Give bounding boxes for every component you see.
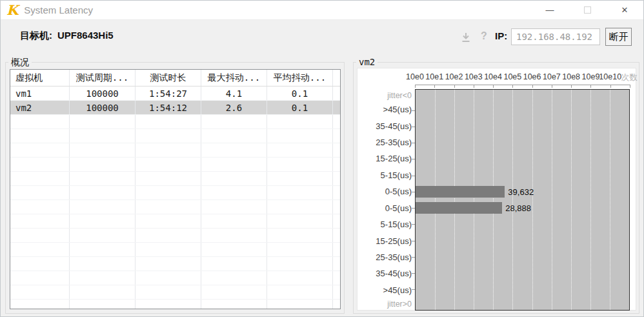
ip-input[interactable] <box>511 28 600 45</box>
table-cell-empty <box>333 115 340 128</box>
table-cell-empty <box>136 214 201 228</box>
plot-row <box>416 167 629 183</box>
table-cell-empty <box>333 200 340 214</box>
y-axis-tick <box>412 127 415 127</box>
plot-row <box>416 134 629 150</box>
table-cell-empty <box>333 143 340 157</box>
table-cell-empty <box>333 300 340 309</box>
table-cell-empty <box>201 172 267 185</box>
y-axis-label: 5-15(us) <box>357 216 412 232</box>
x-axis-labels: 10e010e110e210e310e410e510e610e710e810e9… <box>415 72 630 83</box>
table-row-empty <box>10 129 340 143</box>
x-axis-tick-label: 10e9 <box>582 72 600 81</box>
y-axis-label: jitter>0 <box>357 298 412 311</box>
overview-table: 虚拟机测试周期...测试时长最大抖动...平均抖动... vm11000001:… <box>10 69 341 309</box>
x-axis-tick <box>434 85 435 88</box>
maximize-icon <box>584 6 591 14</box>
plot-row <box>416 281 629 298</box>
x-axis-tick <box>590 85 591 88</box>
table-cell-empty <box>136 229 201 242</box>
x-axis-tick-label: 10e7 <box>543 72 561 81</box>
table-cell-empty <box>70 143 136 157</box>
table-cell: 100000 <box>70 101 136 114</box>
table-cell-empty <box>136 186 201 199</box>
table-cell-empty <box>10 214 70 228</box>
x-axis-tick-label: 10e6 <box>523 72 541 81</box>
x-axis-tick <box>493 85 494 88</box>
table-cell-empty <box>136 172 201 185</box>
table-row[interactable]: vm21000001:54:122.60.1 <box>10 101 340 115</box>
table-cell-empty <box>267 300 333 309</box>
table-cell-empty <box>70 172 136 185</box>
table-cell-empty <box>267 143 333 157</box>
table-row-empty <box>10 257 340 271</box>
close-button[interactable]: ✕ <box>606 1 643 19</box>
minimize-button[interactable]: — <box>531 1 569 19</box>
x-axis-tick <box>474 85 474 88</box>
y-axis-tick <box>412 289 415 290</box>
table-cell-empty <box>136 257 201 271</box>
plot-row <box>416 298 629 310</box>
app-logo-icon: K <box>6 3 18 17</box>
y-axis-tick <box>412 192 415 192</box>
table-cell-empty <box>333 243 340 256</box>
table-cell-empty <box>201 186 267 199</box>
table-cell-empty <box>10 300 70 309</box>
table-cell-empty <box>201 300 267 309</box>
table-cell-empty <box>136 115 201 128</box>
y-axis-tick <box>412 143 415 143</box>
table-cell-empty <box>201 285 267 299</box>
table-cell-empty <box>201 229 267 242</box>
y-axis-label: 35-45(us) <box>357 118 412 134</box>
y-axis-tick <box>412 110 415 111</box>
table-cell-empty <box>333 257 340 271</box>
column-header: 平均抖动... <box>267 70 333 86</box>
table-cell-empty <box>333 214 340 228</box>
table-cell-empty <box>70 200 136 214</box>
table-row-empty <box>10 200 340 214</box>
histogram-bar <box>416 202 502 214</box>
table-cell: 0.1 <box>267 101 333 114</box>
table-cell-empty <box>10 143 70 157</box>
table-row[interactable]: vm11000001:54:274.10.1 <box>10 87 340 101</box>
maximize-button[interactable] <box>569 1 606 19</box>
x-axis-ticks <box>415 85 630 88</box>
help-icon[interactable]: ? <box>481 30 487 42</box>
table-cell-empty <box>333 285 340 299</box>
x-axis-tick <box>610 85 611 88</box>
plot-row <box>416 232 629 249</box>
disconnect-button[interactable]: 断开 <box>605 28 632 46</box>
x-axis-tick <box>454 85 455 88</box>
table-cell: 0.1 <box>267 87 333 100</box>
table-cell: 100000 <box>70 87 136 100</box>
x-axis-tick-label: 10e8 <box>562 72 580 81</box>
y-axis-tick <box>412 257 415 258</box>
minimize-icon: — <box>546 5 554 15</box>
column-header: 测试时长 <box>136 70 201 86</box>
x-axis-unit-label: 次数 <box>621 72 638 83</box>
y-axis-tick <box>412 224 415 225</box>
table-row-empty <box>10 172 340 186</box>
table-cell-empty <box>70 115 136 128</box>
table-row-empty <box>10 158 340 172</box>
table-cell-empty <box>10 129 70 143</box>
table-cell-empty <box>70 129 136 143</box>
table-cell-empty <box>267 271 333 285</box>
x-axis-tick-label: 10e10 <box>599 72 621 81</box>
table-cell: 1:54:27 <box>136 87 201 100</box>
histogram-bar <box>416 186 505 198</box>
table-cell-empty <box>136 158 201 171</box>
table-row-empty <box>10 115 340 129</box>
table-cell-empty <box>70 300 136 309</box>
x-axis-tick <box>532 85 533 88</box>
chart-group-label: vm2 <box>356 57 377 67</box>
y-axis-label: >45(us) <box>357 282 412 298</box>
y-axis-tick <box>412 159 415 159</box>
y-axis-label: 15-25(us) <box>357 232 412 249</box>
table-cell-filler <box>333 87 340 100</box>
table-cell: vm1 <box>10 87 70 100</box>
download-icon[interactable] <box>460 32 472 43</box>
table-header-row: 虚拟机测试周期...测试时长最大抖动...平均抖动... <box>10 70 340 87</box>
title-bar: K System Latency — ✕ <box>1 1 643 20</box>
table-cell-empty <box>10 229 70 242</box>
